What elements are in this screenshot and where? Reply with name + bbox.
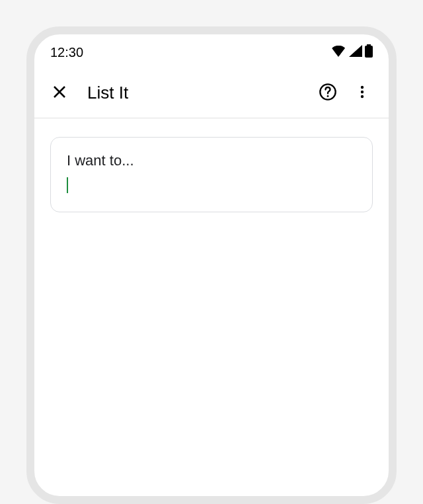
input-card[interactable]: I want to... <box>50 137 373 212</box>
input-label: I want to... <box>67 152 356 169</box>
more-vert-icon <box>354 84 370 102</box>
battery-icon <box>365 44 373 60</box>
status-time: 12:30 <box>50 45 83 60</box>
app-title: List It <box>87 83 307 103</box>
svg-point-6 <box>361 95 364 97</box>
close-icon <box>52 84 67 102</box>
phone-frame: 12:30 <box>26 26 397 504</box>
wifi-icon <box>332 45 346 60</box>
status-bar: 12:30 <box>34 34 389 67</box>
close-button[interactable] <box>48 81 71 105</box>
svg-point-3 <box>327 95 329 97</box>
more-button[interactable] <box>349 79 375 106</box>
status-icons <box>332 44 373 60</box>
svg-point-5 <box>361 90 364 93</box>
app-bar: List It <box>34 67 389 118</box>
signal-icon <box>349 45 362 60</box>
help-button[interactable] <box>315 79 341 106</box>
svg-point-4 <box>361 85 364 88</box>
svg-rect-1 <box>365 46 373 58</box>
content-area: I want to... <box>34 118 389 231</box>
text-cursor <box>67 177 68 193</box>
svg-rect-0 <box>367 44 371 46</box>
help-icon <box>319 83 337 103</box>
